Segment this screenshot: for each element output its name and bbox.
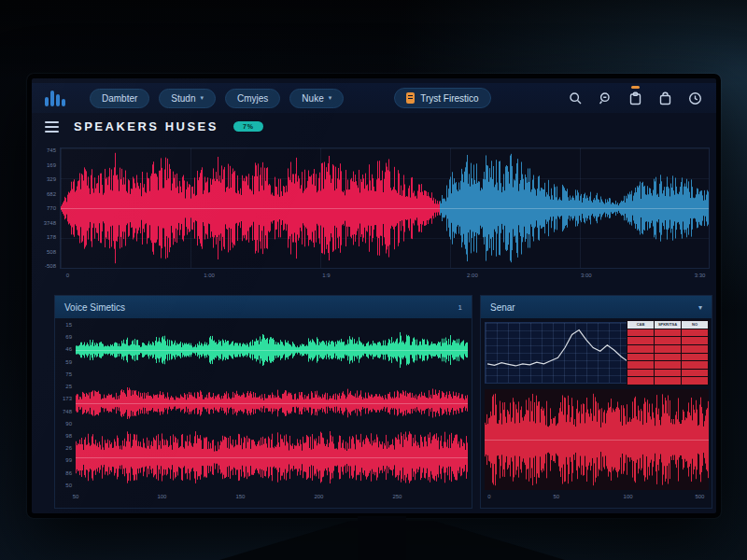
nav-item-cmyjes[interactable]: Cmyjes xyxy=(225,89,280,108)
voice-red-strip-2[interactable] xyxy=(76,427,468,488)
axis-tick-label: 178 xyxy=(47,234,56,240)
axis-tick-label: 50 xyxy=(65,483,72,488)
main-waveform-canvas xyxy=(61,148,709,268)
table-row[interactable] xyxy=(627,337,708,344)
table-cell xyxy=(655,377,681,385)
bag-icon[interactable] xyxy=(657,91,673,106)
table-header-cell: NO xyxy=(682,321,708,329)
main-waveform-chart[interactable] xyxy=(60,147,710,269)
axis-tick-label: 770 xyxy=(47,205,56,211)
main-chart-x-axis: 01:001:92:003:003:30 xyxy=(60,273,710,282)
axis-tick-label: 69 xyxy=(65,334,72,340)
table-row[interactable] xyxy=(627,329,708,337)
clock-icon[interactable] xyxy=(687,91,703,106)
table-row[interactable] xyxy=(627,370,708,377)
table-cell xyxy=(682,345,708,353)
table-row[interactable] xyxy=(627,377,708,385)
voice-simetics-panel: Voice Simetics 1 15694659752517374890982… xyxy=(54,295,472,509)
table-row[interactable] xyxy=(627,345,708,353)
axis-tick-label: 86 xyxy=(65,470,72,476)
table-cell xyxy=(655,361,681,369)
axis-tick-label: 75 xyxy=(65,371,72,377)
senar-bars-canvas xyxy=(485,389,709,490)
action-button[interactable]: Tryst Firestico xyxy=(394,88,490,108)
monitor-stand-base xyxy=(219,521,565,560)
document-icon xyxy=(406,92,415,104)
hamburger-icon[interactable] xyxy=(45,121,59,133)
voice-green-strip[interactable] xyxy=(76,326,468,374)
axis-tick-label: 682 xyxy=(47,191,56,197)
table-header-row: CABSPKR/TSANO xyxy=(627,321,708,329)
nav-item-nuke[interactable]: Nuke▾ xyxy=(289,89,344,108)
axis-tick-label: 169 xyxy=(47,162,56,168)
top-navbar: DambterStudn▾CmyjesNuke▾ Tryst Firestico xyxy=(32,83,716,113)
axis-tick-label: 46 xyxy=(65,346,72,352)
table-cell xyxy=(627,361,654,369)
axis-tick-label: 25 xyxy=(65,384,72,389)
clipboard-icon[interactable] xyxy=(627,91,643,106)
table-row[interactable] xyxy=(627,354,708,361)
table-cell xyxy=(682,370,708,377)
table-cell xyxy=(682,377,708,385)
voice-red-strip-1[interactable] xyxy=(76,382,468,425)
search-icon[interactable] xyxy=(568,91,584,106)
voice-x-axis: 50100150200250 xyxy=(76,494,468,503)
axis-tick-label: 748 xyxy=(63,409,72,414)
senar-table[interactable]: CABSPKR/TSANO xyxy=(627,320,709,385)
nav-icon-group xyxy=(568,91,703,106)
table-cell xyxy=(682,329,708,337)
page-title: SPEAKERS HUSES xyxy=(74,119,218,133)
axis-tick-label: 15 xyxy=(65,322,72,328)
axis-tick-label: 500 xyxy=(695,494,704,499)
table-cell xyxy=(655,329,681,337)
voice-panel-body: 156946597525173748909826998650 501001502… xyxy=(55,318,472,508)
app-screen: DambterStudn▾CmyjesNuke▾ Tryst Firestico xyxy=(32,78,716,513)
table-cell xyxy=(682,361,708,369)
table-cell xyxy=(627,370,654,377)
zoom-icon[interactable] xyxy=(598,91,613,106)
senar-bars-chart[interactable] xyxy=(485,389,709,490)
voice-panel-indicator: 1 xyxy=(458,303,462,312)
nav-item-dambter[interactable]: Dambter xyxy=(90,89,149,108)
table-cell xyxy=(655,354,681,361)
axis-tick-label: 100 xyxy=(157,494,166,499)
axis-tick-label: 508 xyxy=(47,249,56,255)
chevron-down-icon[interactable]: ▾ xyxy=(698,303,702,312)
page-header: SPEAKERS HUSES 7% xyxy=(45,119,263,133)
axis-tick-label: 0 xyxy=(487,494,490,499)
nav-item-label: Dambter xyxy=(102,93,137,104)
senar-panel-header[interactable]: Senar ▾ xyxy=(481,296,712,318)
voice-panel-title: Voice Simetics xyxy=(64,302,125,313)
voice-green-canvas xyxy=(76,326,468,374)
table-row[interactable] xyxy=(627,361,708,369)
table-cell xyxy=(682,354,708,361)
axis-tick-label: 26 xyxy=(65,445,72,451)
nav-item-label: Studn xyxy=(171,93,195,104)
axis-tick-label: 50 xyxy=(73,494,79,499)
notification-badge xyxy=(631,86,640,89)
axis-tick-label: 2:00 xyxy=(467,273,478,278)
axis-tick-label: 3:00 xyxy=(581,273,592,278)
chevron-down-icon: ▾ xyxy=(329,94,332,102)
table-cell xyxy=(627,377,654,385)
voice-red-2-canvas xyxy=(76,427,468,488)
axis-tick-label: 250 xyxy=(392,494,402,499)
nav-menu: DambterStudn▾CmyjesNuke▾ xyxy=(90,89,344,108)
voice-y-axis: 156946597525173748909826998650 xyxy=(57,322,72,488)
axis-tick-label: 99 xyxy=(65,457,72,463)
axis-tick-label: 100 xyxy=(624,494,633,499)
main-chart-y-axis: 7451693296827703748178508-508 xyxy=(34,147,56,269)
axis-tick-label: 150 xyxy=(235,494,245,499)
axis-tick-label: 50 xyxy=(553,494,559,499)
table-cell xyxy=(682,337,708,344)
nav-item-studn[interactable]: Studn▾ xyxy=(159,89,216,108)
senar-x-axis: 050100500 xyxy=(485,494,709,503)
senar-panel: Senar ▾ CABSPKR/TSANO 050100500 xyxy=(480,295,712,509)
table-cell xyxy=(627,337,654,344)
app-logo-equalizer-icon xyxy=(45,90,65,106)
senar-panel-title: Senar xyxy=(490,302,515,313)
axis-tick-label: 200 xyxy=(314,494,323,499)
axis-tick-label: 329 xyxy=(47,176,56,182)
action-button-label: Tryst Firestico xyxy=(420,93,478,104)
voice-panel-header[interactable]: Voice Simetics 1 xyxy=(55,296,472,318)
